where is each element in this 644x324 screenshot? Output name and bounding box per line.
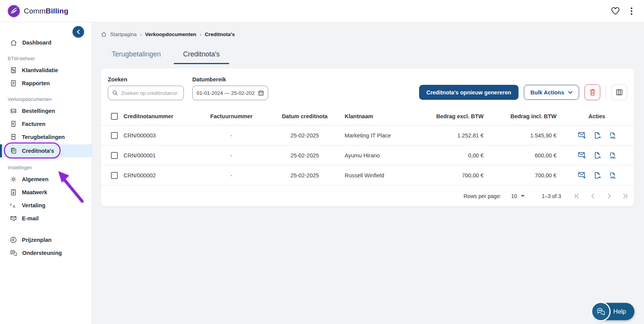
- breadcrumb-creditnotas[interactable]: Creditnota's: [205, 31, 235, 37]
- search-icon: [112, 90, 118, 96]
- sidebar-item-facturen[interactable]: Facturen: [0, 118, 92, 130]
- favorites-heart-button[interactable]: [611, 7, 620, 15]
- chevron-right-icon: [606, 193, 613, 200]
- envelope-send-icon: [578, 152, 586, 159]
- row-checkbox[interactable]: [111, 152, 118, 159]
- breadcrumb-startpagina[interactable]: Startpagina: [110, 31, 137, 37]
- sidebar-item-rapporten[interactable]: Rapporten: [0, 78, 92, 89]
- sidebar-item-bestellingen[interactable]: Bestellingen: [0, 105, 92, 117]
- credit-note-icon: [10, 147, 17, 154]
- sidebar-item-label: Klantvalidatie: [22, 67, 58, 73]
- brand-logo[interactable]: CommBilling: [8, 5, 68, 17]
- xml-file-icon: XML: [609, 152, 616, 159]
- export-pdf-button[interactable]: [594, 132, 601, 139]
- next-page-button[interactable]: [606, 193, 613, 200]
- dropdown-caret-icon: [521, 195, 525, 197]
- select-all-checkbox[interactable]: [111, 113, 118, 120]
- bulk-actions-button[interactable]: Bulk Actions: [524, 85, 579, 100]
- cell-factuurnummer: -: [189, 132, 274, 139]
- home-icon: [10, 39, 17, 46]
- send-email-button[interactable]: [578, 152, 586, 159]
- support-chat-icon: [10, 250, 17, 256]
- cell-bedrag-excl: 0,00 €: [416, 152, 487, 159]
- brand-suffix: Billing: [46, 7, 68, 15]
- column-header-bedrag-incl[interactable]: Bedrag incl. BTW: [487, 113, 560, 119]
- sidebar-item-terugbetalingen[interactable]: Terugbetalingen: [0, 131, 92, 143]
- sidebar: Dashboard BTW-beheer Klantvalidatie Rapp…: [0, 22, 92, 324]
- more-options-button[interactable]: [631, 7, 632, 15]
- table-header-row: Creditnotanummer Factuurnummer Datum cre…: [101, 107, 634, 126]
- creditnotas-table: Creditnotanummer Factuurnummer Datum cre…: [101, 107, 634, 185]
- help-button[interactable]: Help: [593, 303, 634, 320]
- date-range-group: Datumbereik 01-01-2024 — 25-02-202: [192, 76, 268, 100]
- regenerate-creditnotas-button[interactable]: Creditnota's opnieuw genereren: [419, 85, 519, 100]
- svg-text:XML: XML: [610, 136, 616, 139]
- chevron-left-icon: [590, 193, 596, 200]
- sidebar-item-label: Ondersteuning: [22, 250, 62, 256]
- column-header-klantnaam[interactable]: Klantnaam: [336, 113, 416, 119]
- download-xml-button[interactable]: XML: [609, 132, 616, 139]
- cell-bedrag-excl: 700,00 €: [416, 172, 487, 179]
- previous-page-button[interactable]: [590, 193, 596, 200]
- sidebar-item-email[interactable]: E-mail: [0, 213, 92, 224]
- action-buttons: Creditnota's opnieuw genereren Bulk Acti…: [419, 84, 627, 100]
- sidebar-item-dashboard[interactable]: Dashboard: [0, 37, 92, 48]
- receipt-percent-icon: [10, 67, 17, 74]
- column-header-creditnotanummer[interactable]: Creditnotanummer: [122, 113, 189, 119]
- column-header-datum-creditnota[interactable]: Datum creditnota: [274, 113, 336, 119]
- date-range-input[interactable]: 01-01-2024 — 25-02-202: [192, 86, 268, 100]
- row-checkbox[interactable]: [111, 132, 118, 139]
- rows-per-page-value: 10: [511, 193, 517, 199]
- last-page-button[interactable]: [622, 193, 629, 200]
- column-settings-button[interactable]: [611, 84, 627, 100]
- breadcrumb: Startpagina › Verkoopdocumenten › Credit…: [101, 31, 634, 37]
- sidebar-item-maatwerk[interactable]: Maatwerk: [0, 187, 92, 198]
- kebab-menu-icon: [631, 7, 632, 15]
- export-pdf-button[interactable]: [594, 172, 601, 179]
- search-input[interactable]: [121, 90, 180, 96]
- sidebar-item-label: Facturen: [22, 121, 45, 127]
- column-header-factuurnummer[interactable]: Factuurnummer: [189, 113, 274, 119]
- tab-terugbetalingen[interactable]: Terugbetalingen: [102, 47, 170, 64]
- row-checkbox[interactable]: [111, 172, 118, 179]
- breadcrumb-home-icon: [101, 31, 107, 37]
- svg-text:XML: XML: [610, 156, 616, 159]
- tab-creditnotas[interactable]: Creditnota's: [174, 47, 229, 64]
- download-xml-button[interactable]: XML: [609, 152, 616, 159]
- table-row[interactable]: CRN/000002 - 25-02-2025 Russell Winfield…: [101, 165, 634, 185]
- sidebar-item-algemeen[interactable]: Algemeen: [0, 174, 92, 185]
- sidebar-section-verkoopdocumenten: Verkoopdocumenten: [0, 97, 92, 102]
- breadcrumb-verkoopdocumenten[interactable]: Verkoopdocumenten: [145, 31, 197, 37]
- table-row[interactable]: CRN/000001 - 25-02-2025 Ayumu Hirano 0,0…: [101, 145, 634, 165]
- envelope-send-icon: [578, 132, 586, 139]
- file-export-icon: [594, 132, 601, 139]
- breadcrumb-separator: ›: [140, 32, 142, 37]
- table-row[interactable]: CRN/000003 - 25-02-2025 Marketing IT Pla…: [101, 126, 634, 145]
- orders-icon: [10, 107, 17, 114]
- send-email-button[interactable]: [578, 172, 586, 179]
- cell-creditnotanummer: CRN/000002: [122, 172, 189, 179]
- sidebar-collapse-button[interactable]: [73, 26, 84, 38]
- breadcrumb-separator: ›: [200, 32, 201, 37]
- first-page-button[interactable]: [573, 193, 580, 200]
- sidebar-item-prijzenplan[interactable]: Prijzenplan: [0, 234, 92, 246]
- send-email-button[interactable]: [578, 132, 586, 139]
- pagination-bar: Rows per page: 10 1–3 of 3: [101, 185, 634, 207]
- column-header-bedrag-excl[interactable]: Bedrag excl. BTW: [416, 113, 487, 119]
- sidebar-item-vertaling[interactable]: t A Vertaling: [0, 200, 92, 211]
- date-range-label: Datumbereik: [192, 76, 268, 83]
- delete-selected-button[interactable]: [585, 84, 600, 100]
- euro-circle-icon: [10, 236, 17, 243]
- download-xml-button[interactable]: XML: [609, 172, 616, 179]
- cell-klantnaam: Marketing IT Place: [336, 132, 416, 139]
- sidebar-item-klantvalidatie[interactable]: Klantvalidatie: [0, 64, 92, 76]
- top-bar: CommBilling: [0, 0, 644, 22]
- sidebar-item-creditnotas[interactable]: Creditnota's: [0, 144, 92, 157]
- envelope-send-icon: [578, 172, 586, 179]
- sidebar-item-label: Bestellingen: [22, 108, 55, 114]
- export-pdf-button[interactable]: [594, 152, 601, 159]
- rows-per-page-select[interactable]: 10: [511, 193, 525, 199]
- sidebar-item-ondersteuning[interactable]: Ondersteuning: [0, 247, 92, 259]
- columns-icon: [616, 89, 623, 96]
- sidebar-section-instellingen: Instellingen: [0, 165, 92, 170]
